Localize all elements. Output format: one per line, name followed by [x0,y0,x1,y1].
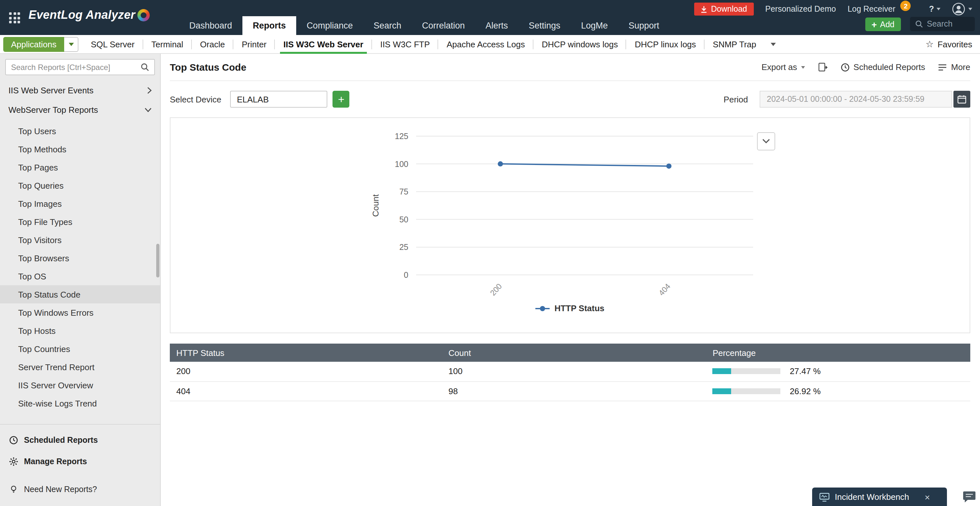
sidebar-item-top-windows-errors[interactable]: Top Windows Errors [0,303,160,321]
nav-item-correlation[interactable]: Correlation [412,16,475,35]
svg-text:Count: Count [371,194,380,217]
table-row: 20010027.47 % [170,362,970,381]
tab-sql-server[interactable]: SQL Server [82,35,143,53]
scheduled-reports-button[interactable]: Scheduled Reports [841,62,925,72]
sidebar-scheduled-reports[interactable]: Scheduled Reports [0,429,160,450]
tab-snmp-trap[interactable]: SNMP Trap [705,35,765,53]
chevron-right-icon [147,86,152,94]
add-button[interactable]: +Add [865,18,901,31]
nav-item-support[interactable]: Support [618,16,670,35]
tabs-overflow-button[interactable] [765,35,782,53]
applications-caret[interactable] [64,37,78,51]
cell-count: 98 [442,381,706,401]
sidebar-item-top-queries[interactable]: Top Queries [0,176,160,194]
add-device-button[interactable]: + [333,91,350,108]
search-icon [915,20,923,28]
tab-dhcp-linux-logs[interactable]: DHCP linux logs [627,35,705,53]
logo-swirl-icon [137,9,150,21]
download-button[interactable]: Download [694,3,754,16]
chat-widget-button[interactable] [963,491,976,503]
tab-apache-access-logs[interactable]: Apache Access Logs [438,35,533,53]
nav-item-dashboard[interactable]: Dashboard [179,16,242,35]
export-as-label: Export as [762,62,797,72]
log-receiver-link[interactable]: Log Receiver [848,5,895,14]
nav-item-search[interactable]: Search [363,16,412,35]
user-menu[interactable] [952,3,972,16]
sidebar-search-input[interactable] [11,62,137,72]
svg-text:200: 200 [488,282,503,297]
footer-label: Manage Reports [24,457,87,466]
more-button[interactable]: More [938,62,970,72]
cell-percentage: 27.47 % [706,362,970,381]
nav-item-reports[interactable]: Reports [242,16,296,35]
sidebar-item-top-browsers[interactable]: Top Browsers [0,249,160,267]
period-input[interactable]: 2024-05-01 00:00:00 - 2024-05-30 23:59:5… [760,91,952,108]
legend-marker-icon [536,308,550,309]
apps-grid-icon[interactable] [9,12,20,23]
tab-printer[interactable]: Printer [233,35,275,53]
sidebar-scrollbar-thumb[interactable] [156,244,159,277]
export-as-button[interactable]: Export as [762,62,805,72]
incident-workbench-bar[interactable]: Incident Workbench × [812,487,947,506]
sidebar-item-top-hosts[interactable]: Top Hosts [0,321,160,340]
sidebar-search[interactable] [5,59,155,75]
cell-http-status: 404 [170,381,442,401]
tab-oracle[interactable]: Oracle [191,35,233,53]
column-header-count: Count [442,344,706,362]
report-title-row: Top Status Code Export as Scheduled Repo… [170,54,970,81]
svg-text:50: 50 [399,215,408,224]
sidebar-item-top-file-types[interactable]: Top File Types [0,213,160,231]
sidebar-item-iis-server-overview[interactable]: IIS Server Overview [0,376,160,394]
sidebar-item-server-trend-report[interactable]: Server Trend Report [0,358,160,376]
column-header-http-status: HTTP Status [170,344,442,362]
tab-iis-w3c-ftp[interactable]: IIS W3C FTP [372,35,438,53]
monitor-icon [819,492,830,501]
section-label: WebServer Top Reports [8,105,98,115]
clock-icon [841,62,850,72]
report-controls: Select Device ELALAB + Period 2024-05-01… [170,91,970,108]
export-file-icon[interactable] [818,62,828,72]
chart-collapse-button[interactable] [757,132,775,150]
sidebar-item-top-pages[interactable]: Top Pages [0,158,160,176]
sidebar-item-top-status-code[interactable]: Top Status Code [0,285,160,303]
chevron-down-icon [937,8,940,10]
tab-dhcp-windows-logs[interactable]: DHCP windows logs [533,35,627,53]
sidebar-section-iis-web-server-events[interactable]: IIS Web Server Events [0,80,160,100]
sidebar-manage-reports[interactable]: Manage Reports [0,450,160,472]
sidebar-item-top-visitors[interactable]: Top Visitors [0,231,160,249]
header-search[interactable] [910,17,975,31]
notification-badge[interactable]: 2 [900,1,911,11]
sidebar-item-site-wise-logs-trend[interactable]: Site-wise Logs Trend [0,394,160,412]
sidebar-item-top-countries[interactable]: Top Countries [0,340,160,358]
calendar-button[interactable] [953,91,970,108]
help-menu[interactable]: ? [929,5,940,14]
tab-terminal[interactable]: Terminal [143,35,191,53]
nav-item-alerts[interactable]: Alerts [475,16,518,35]
cell-count: 100 [442,362,706,381]
top-header: EventLog Analyzer Download Personalized … [0,0,980,35]
nav-item-settings[interactable]: Settings [518,16,571,35]
status-table-header-row: HTTP StatusCountPercentage [170,344,970,362]
tab-iis-w3c-web-server[interactable]: IIS W3C Web Server [275,35,372,53]
favorites-button[interactable]: ☆Favorites [926,35,972,53]
chevron-down-icon [771,43,776,46]
header-search-input[interactable] [927,19,966,29]
sidebar-section-webserver-top-reports[interactable]: WebServer Top Reports [0,100,160,119]
download-icon [701,5,707,13]
percentage-bar [713,388,781,394]
sidebar-need-new-reports[interactable]: Need New Reports? [0,479,160,500]
sidebar-item-top-users[interactable]: Top Users [0,122,160,140]
sidebar-item-top-images[interactable]: Top Images [0,194,160,213]
close-icon[interactable]: × [924,492,930,501]
sidebar-item-top-os[interactable]: Top OS [0,267,160,285]
chart-legend[interactable]: HTTP Status [536,303,605,313]
device-select[interactable]: ELALAB [231,91,328,108]
personalized-demo-link[interactable]: Personalized Demo [765,5,836,14]
svg-text:0: 0 [404,271,408,279]
nav-item-logme[interactable]: LogMe [571,16,618,35]
applications-selector[interactable]: Applications [3,37,64,51]
percentage-bar [713,369,781,374]
sidebar-item-top-methods[interactable]: Top Methods [0,140,160,158]
nav-item-compliance[interactable]: Compliance [296,16,363,35]
incident-workbench-label: Incident Workbench [835,492,909,502]
